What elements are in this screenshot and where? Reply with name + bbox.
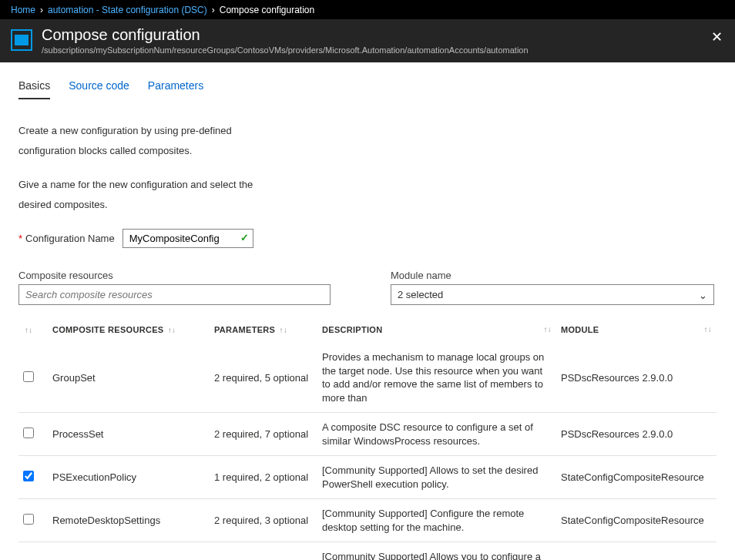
column-header-name[interactable]: COMPOSITE RESOURCES ↑↓ (48, 319, 210, 343)
page-title: Compose configuration (42, 25, 529, 44)
sort-icon: ↑↓ (25, 326, 33, 334)
cell-parameters: 1 required, 2 optional (210, 456, 317, 499)
row-checkbox[interactable] (23, 371, 34, 382)
cell-parameters: 1 required, 5 optional (210, 542, 317, 560)
search-input[interactable] (18, 284, 331, 305)
chevron-right-icon: › (212, 5, 215, 15)
cell-module: PSDscResources 2.9.0.0 (556, 413, 717, 456)
module-name-dropdown[interactable]: 2 selected ⌄ (391, 284, 714, 305)
chevron-down-icon: ⌄ (699, 290, 707, 301)
row-checkbox[interactable] (23, 471, 34, 481)
blade-header: Compose configuration /subscriptions/myS… (0, 19, 735, 62)
breadcrumb-current: Compose configuration (220, 5, 314, 15)
breadcrumb: Home › automation - State configuration … (0, 0, 735, 19)
cell-description: [Community Supported] Allows you to conf… (317, 542, 556, 560)
cell-module: StateConfigCompositeResource (556, 499, 717, 542)
cell-parameters: 2 required, 5 optional (210, 343, 317, 413)
cell-name: PSExecutionPolicy (48, 456, 210, 499)
tabs: Basics Source code Parameters (18, 75, 717, 99)
intro-text-2: Give a name for the new configuration an… (18, 175, 280, 215)
cell-module: StateConfigCompositeResource (556, 456, 717, 499)
sort-icon: ↑↓ (168, 326, 176, 334)
intro-text-1: Create a new configuration by using pre-… (18, 121, 280, 161)
check-icon: ✓ (240, 232, 249, 243)
cell-description: [Community Supported] Allows to set the … (317, 456, 556, 499)
column-header-parameters[interactable]: PARAMETERS ↑↓ (210, 319, 317, 343)
cell-parameters: 2 required, 7 optional (210, 413, 317, 456)
page-subtitle: /subscriptions/mySubscriptionNum/resourc… (42, 45, 529, 55)
config-name-label: *Configuration Name (18, 233, 115, 244)
module-selected-text: 2 selected (398, 289, 443, 300)
sort-icon: ↑↓ (280, 326, 288, 334)
composite-resources-label: Composite resources (18, 270, 344, 281)
cell-parameters: 2 required, 3 optional (210, 499, 317, 542)
blade-icon (11, 29, 32, 51)
sort-icon: ↑↓ (543, 325, 552, 334)
chevron-right-icon: › (40, 5, 43, 15)
module-name-label: Module name (391, 270, 717, 281)
tab-source-code[interactable]: Source code (69, 75, 129, 99)
cell-name: ProcessSet (48, 413, 210, 456)
table-row[interactable]: RenameAndDomainJoin1 required, 5 optiona… (18, 542, 717, 560)
cell-name: RemoteDesktopSettings (48, 499, 210, 542)
cell-description: [Community Supported] Configure the remo… (317, 499, 556, 542)
tab-parameters[interactable]: Parameters (148, 75, 203, 99)
sort-icon: ↑↓ (703, 325, 712, 334)
config-name-input[interactable] (123, 229, 253, 248)
breadcrumb-account[interactable]: automation - State configuration (DSC) (48, 5, 207, 15)
column-header-select[interactable]: ↑↓ (18, 319, 48, 343)
tab-basics[interactable]: Basics (18, 75, 50, 99)
required-icon: * (18, 233, 22, 244)
cell-name: GroupSet (48, 343, 210, 413)
cell-module: PSDscResources 2.9.0.0 (556, 343, 717, 413)
row-checkbox[interactable] (23, 514, 34, 525)
row-checkbox[interactable] (23, 428, 34, 438)
column-header-module[interactable]: MODULE ↑↓ (556, 319, 717, 343)
composite-resources-table: ↑↓ COMPOSITE RESOURCES ↑↓ PARAMETERS ↑↓ … (18, 319, 717, 560)
column-header-description[interactable]: DESCRIPTION ↑↓ (317, 319, 556, 343)
cell-module: StateConfigCompositeResource (556, 542, 717, 560)
table-row[interactable]: PSExecutionPolicy1 required, 2 optional[… (18, 456, 717, 499)
breadcrumb-home[interactable]: Home (11, 5, 35, 15)
cell-description: Provides a mechanism to manage local gro… (317, 343, 556, 413)
cell-name: RenameAndDomainJoin (48, 542, 210, 560)
table-row[interactable]: GroupSet2 required, 5 optionalProvides a… (18, 343, 717, 413)
table-row[interactable]: ProcessSet2 required, 7 optionalA compos… (18, 413, 717, 456)
cell-description: A composite DSC resource to configure a … (317, 413, 556, 456)
table-row[interactable]: RemoteDesktopSettings2 required, 3 optio… (18, 499, 717, 542)
close-icon[interactable]: ✕ (711, 29, 723, 45)
